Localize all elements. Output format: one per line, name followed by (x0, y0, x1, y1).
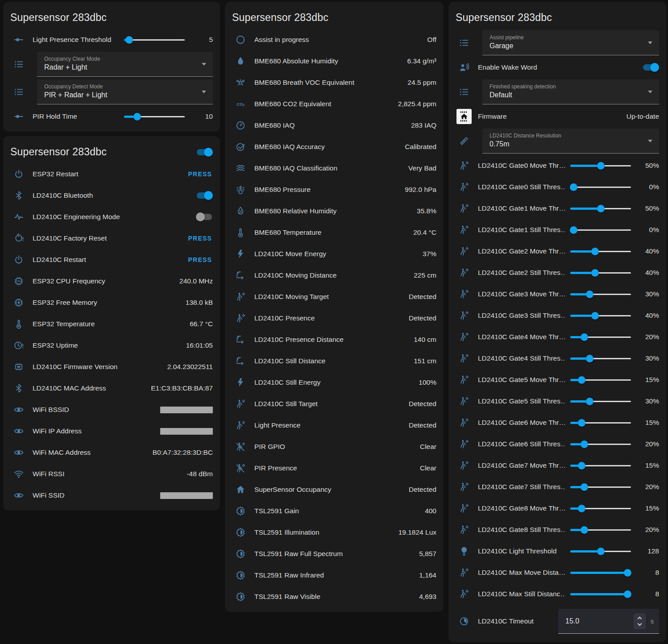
row-esp32-cpu-frequency[interactable]: 32ESP32 CPU Frequency240.0 MHz (3, 270, 220, 292)
row-ld2410c-gate4-move-thr[interactable]: LD2410C Gate4 Move Thr… 20% (448, 326, 666, 348)
row-ld2410c-gate2-move-thr[interactable]: LD2410C Gate2 Move Thr… 40% (448, 241, 666, 262)
card-header-toggle[interactable] (196, 148, 213, 157)
row-wifi-mac-address[interactable]: WiFi MAC AddressB0:A7:32:28:3D:BC (3, 442, 220, 463)
ld2410c-light-threshold-slider[interactable] (570, 548, 631, 555)
ld2410c-gate4-still-thres-slider[interactable] (570, 355, 631, 362)
ld2410c-gate2-still-thres-slider[interactable] (570, 269, 631, 277)
row-ld2410c-restart[interactable]: LD2410C RestartPRESS (3, 249, 220, 270)
slider-knob[interactable] (597, 162, 605, 170)
ld2410c-gate0-move-thr-slider[interactable] (570, 162, 631, 170)
slider-knob[interactable] (597, 548, 605, 555)
slider-knob[interactable] (591, 269, 599, 277)
row-pir-gpio[interactable]: PIR GPIOClear (225, 436, 444, 457)
ld2410c-gate7-still-thres-slider[interactable] (570, 483, 631, 491)
ld2410c-gate6-still-thres-slider[interactable] (570, 440, 631, 448)
row-bme680-temperature[interactable]: BME680 Temperature20.4 °C (225, 222, 444, 243)
chevron-down-icon[interactable] (637, 621, 642, 626)
ld2410c-gate1-still-thres-slider[interactable] (570, 226, 631, 234)
row-bme680-pressure[interactable]: BME680 Pressure992.0 hPa (225, 179, 444, 200)
row-ld2410c-gate7-still-thres[interactable]: LD2410C Gate7 Still Thres… 20% (448, 476, 666, 498)
row-tsl2591-illumination[interactable]: TSL2591 Illumination19.1824 Lux (225, 522, 444, 543)
row-ld2410c-factory-reset[interactable]: LD2410C Factory ResetPRESS (3, 228, 220, 249)
slider-knob[interactable] (570, 183, 577, 191)
slider-knob[interactable] (586, 355, 593, 362)
row-ld2410c-still-target[interactable]: LD2410C Still TargetDetected (225, 393, 444, 415)
row-esp32-uptime[interactable]: ESP32 Uptime16:01:05 (3, 335, 220, 356)
row-ld2410c-moving-target[interactable]: LD2410C Moving TargetDetected (225, 286, 444, 307)
row-ld2410c-presence-distance[interactable]: LD2410C Presence Distance140 cm (225, 329, 444, 350)
slider-knob[interactable] (586, 291, 593, 298)
row-bme680-iaq[interactable]: BME680 IAQ283 IAQ (225, 115, 444, 136)
row-ld2410c-gate5-still-thres[interactable]: LD2410C Gate5 Still Thres… 30% (448, 391, 666, 412)
row-light-presence[interactable]: Light PresenceDetected (225, 415, 444, 436)
finished-speaking-detection-select[interactable]: Finished speaking detection Default (482, 79, 659, 104)
row-ld2410c-mac-address[interactable]: LD2410C MAC AddressE1:C3:B3:CB:BA:87 (3, 378, 220, 399)
row-ld2410c-gate7-move-thr[interactable]: LD2410C Gate7 Move Thr… 15% (448, 455, 666, 476)
row-ld2410c-gate2-still-thres[interactable]: LD2410C Gate2 Still Thres… 40% (448, 262, 666, 283)
row-ld2410c-gate8-move-thr[interactable]: LD2410C Gate8 Move Thr… 15% (448, 498, 666, 519)
row-wifi-bssid[interactable]: WiFi BSSID (3, 399, 220, 420)
row-ld2410c-gate5-move-thr[interactable]: LD2410C Gate5 Move Thr… 15% (448, 369, 666, 391)
row-ld2410c-bluetooth[interactable]: LD2410C Bluetooth (3, 185, 220, 206)
ld2410c-distance-resolution-select[interactable]: LD2410C Distance Resolution 0.75m (482, 129, 659, 154)
slider-knob[interactable] (125, 36, 133, 44)
row-ld2410c-gate3-move-thr[interactable]: LD2410C Gate3 Move Thr… 30% (448, 283, 666, 305)
row-tsl2591-raw-full-spectrum[interactable]: TSL2591 Raw Full Spectrum5,857 (225, 543, 444, 565)
ld2410c-gate3-still-thres-slider[interactable] (570, 312, 631, 320)
row-esp32-restart[interactable]: ESP32 RestartPRESS (3, 163, 220, 185)
row-esp32-temperature[interactable]: ESP32 Temperature66.7 °C (3, 313, 220, 335)
slider-knob[interactable] (581, 526, 588, 534)
slider-knob[interactable] (597, 205, 605, 212)
slider-knob[interactable] (581, 440, 588, 448)
row-enable-wake-word[interactable]: Enable Wake Word (448, 57, 666, 78)
row-pir-presence[interactable]: PIR PresenceClear (225, 457, 444, 479)
ld2410c-gate4-move-thr-slider[interactable] (570, 333, 631, 341)
row-ld2410c-still-energy[interactable]: LD2410C Still Energy100% (225, 372, 444, 393)
row-firmware[interactable]: FirmwareUp-to-date (448, 106, 666, 127)
slider-knob[interactable] (570, 226, 577, 234)
assist-pipeline-select[interactable]: Assist pipeline Garage (482, 30, 659, 55)
slider-knob[interactable] (578, 376, 585, 384)
slider-knob[interactable] (624, 590, 631, 598)
row-ld2410c-gate1-move-thr[interactable]: LD2410C Gate1 Move Thr… 50% (448, 198, 666, 219)
row-assist-in-progress[interactable]: Assist in progressOff (225, 29, 444, 50)
ld2410c-gate6-move-thr-slider[interactable] (570, 419, 631, 427)
row-ld2410c-gate0-move-thr[interactable]: LD2410C Gate0 Move Thr… 50% (448, 155, 666, 176)
row-ld2410c-gate6-still-thres[interactable]: LD2410C Gate6 Still Thres… 20% (448, 433, 666, 455)
row-ld2410c-still-distance[interactable]: LD2410C Still Distance151 cm (225, 350, 444, 372)
ld2410c-restart-press-button[interactable]: PRESS (187, 254, 213, 265)
row-bme680-relative-humidity[interactable]: BME680 Relative Humidity35.8% (225, 200, 444, 222)
ld2410c-factory-reset-press-button[interactable]: PRESS (187, 233, 213, 244)
light-presence-threshold-slider[interactable] (124, 36, 185, 44)
ld2410c-gate5-still-thres-slider[interactable] (570, 398, 631, 405)
ld2410c-max-still-distanc-slider[interactable] (570, 590, 631, 598)
ld2410c-engineering-mode-toggle[interactable] (196, 212, 213, 221)
ld2410c-max-move-dista-slider[interactable] (570, 569, 631, 577)
row-bme680-co2-equivalent[interactable]: CO2BME680 CO2 Equivalent2,825.4 ppm (225, 93, 444, 115)
row-ld2410c-gate1-still-thres[interactable]: LD2410C Gate1 Still Thres… 0% (448, 219, 666, 241)
esp32-restart-press-button[interactable]: PRESS (187, 169, 213, 179)
slider-knob[interactable] (591, 312, 599, 320)
ld2410c-bluetooth-toggle[interactable] (196, 191, 213, 200)
row-ld2410c-gate4-still-thres[interactable]: LD2410C Gate4 Still Thres… 30% (448, 348, 666, 369)
slider-knob[interactable] (581, 483, 588, 491)
slider-knob[interactable] (578, 505, 585, 512)
row-ld2410c-max-move-dista[interactable]: LD2410C Max Move Dista… 8 (448, 562, 666, 583)
slider-knob[interactable] (578, 419, 585, 427)
slider-knob[interactable] (624, 569, 631, 577)
row-ld2410c-gate3-still-thres[interactable]: LD2410C Gate3 Still Thres… 40% (448, 305, 666, 326)
pir-hold-time-slider[interactable] (124, 113, 185, 120)
ld2410c-gate8-still-thres-slider[interactable] (570, 526, 631, 534)
row-ld2410c-max-still-distanc[interactable]: LD2410C Max Still Distanc… 8 (448, 583, 666, 605)
row-tsl2591-raw-infrared[interactable]: TSL2591 Raw Infrared1,164 (225, 565, 444, 586)
row-light-presence-threshold[interactable]: Light Presence Threshold 5 (3, 29, 220, 50)
slider-knob[interactable] (591, 248, 599, 255)
row-ld2410c-firmware-version[interactable]: LD2410C Firmware Version2.04.23022511 (3, 356, 220, 378)
row-ld2410c-gate0-still-thres[interactable]: LD2410C Gate0 Still Thres… 0% (448, 176, 666, 198)
row-bme680-breath-voc-equivalent[interactable]: BME680 Breath VOC Equivalent24.5 ppm (225, 72, 444, 93)
slider-knob[interactable] (578, 462, 585, 469)
ld2410c-timeout-number-input[interactable]: 15.0 s (558, 609, 659, 634)
row-tsl2591-gain[interactable]: TSL2591 Gain400 (225, 500, 444, 522)
number-value[interactable]: 15.0 (565, 617, 634, 625)
slider-knob[interactable] (133, 113, 141, 120)
